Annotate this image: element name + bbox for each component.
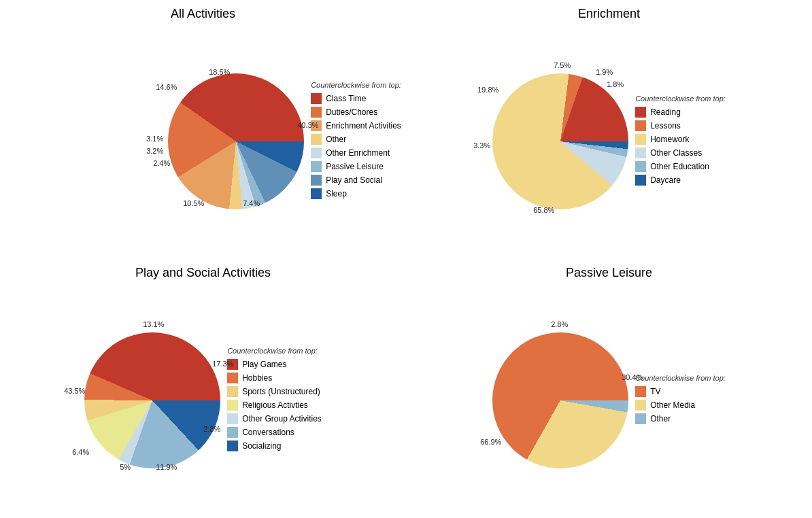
legend-homework: Homework [635, 134, 726, 145]
label-class-time: Class Time [326, 94, 366, 103]
passive-leisure-title: Passive Leisure [566, 266, 652, 280]
legend-other: Other [311, 134, 401, 145]
legend-other-classes: Other Classes [635, 148, 726, 158]
play-social-legend: Counterclockwise from top: Play Games Ho… [227, 347, 322, 454]
all-activities-legend: Counterclockwise from top: Class Time Du… [311, 81, 401, 202]
swatch-other-enrichment [311, 148, 322, 158]
pct-3-1: 3.1% [146, 135, 163, 143]
legend-other-pl: Other [635, 413, 726, 424]
pct-10-5: 10.5% [183, 199, 204, 207]
swatch-socializing [227, 441, 238, 451]
passive-leisure-pie: 2.8% 30.4% 66.9% [492, 332, 628, 468]
swatch-play-social [311, 175, 322, 186]
pct-1-9: 1.9% [596, 68, 613, 76]
enrichment-pie-circle [492, 73, 628, 209]
play-social-pie: 13.1% 17.3% 2.8% 11.9% 5% 6.4% 43.5% [84, 332, 220, 468]
swatch-passive-leisure [311, 161, 322, 172]
passive-leisure-pie-circle [492, 332, 628, 468]
enrichment-legend: Counterclockwise from top: Reading Lesso… [635, 94, 726, 188]
pct-65-8: 65.8% [533, 206, 554, 214]
all-activities-pie: 18.5% 14.6% 3.1% 3.2% 2.4% 10.5% 7.4% 40… [168, 73, 304, 209]
enrichment-title: Enrichment [578, 7, 640, 21]
pct-5: 5% [120, 463, 131, 471]
legend-other-media: Other Media [635, 400, 726, 411]
passive-leisure-chart-area: 2.8% 30.4% 66.9% Counterclockwise from t… [406, 283, 812, 518]
label-reading: Reading [650, 107, 681, 117]
pct-19-8: 19.8% [477, 86, 498, 94]
pct-6-4: 6.4% [72, 448, 89, 456]
all-activities-title: All Activities [171, 7, 235, 21]
pct-2-4: 2.4% [153, 159, 170, 167]
pct-3-3: 3.3% [473, 141, 490, 150]
legend-play-games: Play Games [227, 359, 322, 370]
legend-enrichment-act: Enrichment Activities [311, 120, 401, 131]
label-other-enrichment: Other Enrichment [326, 148, 390, 158]
legend-lessons: Lessons [635, 120, 726, 131]
pct-66-9: 66.9% [480, 438, 501, 446]
swatch-homework [635, 134, 646, 145]
label-other: Other [326, 135, 346, 144]
pct-13-1: 13.1% [143, 320, 164, 328]
swatch-daycare [635, 175, 646, 186]
swatch-other-education [635, 161, 646, 172]
pct-14-6: 14.6% [156, 83, 177, 91]
label-hobbies: Hobbies [242, 373, 272, 383]
label-duties: Duties/Chores [326, 107, 377, 117]
enrichment-chart-area: 7.5% 1.9% 1.8% 65.8% 3.3% 19.8% Counterc… [406, 24, 812, 259]
swatch-hobbies [227, 373, 238, 383]
label-passive-leisure: Passive Leisure [326, 162, 384, 171]
label-enrichment-act: Enrichment Activities [326, 121, 401, 131]
swatch-other-classes [635, 148, 646, 158]
label-daycare: Daycare [650, 175, 681, 185]
legend-other-enrichment: Other Enrichment [311, 148, 401, 158]
label-tv: TV [650, 387, 660, 396]
swatch-sports [227, 386, 238, 397]
legend-socializing: Socializing [227, 441, 322, 451]
pct-3-2: 3.2% [146, 147, 163, 155]
page: All Activities 18.5% [0, 0, 812, 518]
all-activities-pie-circle [168, 73, 304, 209]
legend-sleep: Sleep [311, 188, 401, 199]
label-sports: Sports (Unstructured) [242, 387, 320, 396]
label-other-group: Other Group Activities [242, 414, 322, 424]
all-activities-svg [5, 58, 168, 222]
swatch-class-time [311, 93, 322, 104]
play-social-chart-area: 13.1% 17.3% 2.8% 11.9% 5% 6.4% 43.5% Cou… [0, 283, 406, 518]
swatch-sleep [311, 188, 322, 199]
pct-40-3: 40.3% [297, 121, 318, 129]
passive-leisure-quadrant: Passive Leisure 2.8% 30.4% 66.9% Counter… [406, 259, 812, 518]
all-activities-quadrant: All Activities 18.5% [0, 0, 406, 259]
legend-religious: Religious Activties [227, 400, 322, 411]
label-lessons: Lessons [650, 121, 681, 131]
label-other-pl: Other [650, 414, 671, 424]
play-social-legend-title: Counterclockwise from top: [227, 347, 322, 355]
swatch-tv [635, 386, 646, 397]
enrichment-pie: 7.5% 1.9% 1.8% 65.8% 3.3% 19.8% [492, 73, 628, 209]
swatch-duties [311, 107, 322, 118]
legend-play-social: Play and Social [311, 175, 401, 186]
swatch-other [311, 134, 322, 145]
label-socializing: Socializing [242, 441, 281, 451]
label-play-games: Play Games [242, 360, 286, 369]
label-sleep: Sleep [326, 189, 347, 198]
label-homework: Homework [650, 135, 689, 144]
legend-tv: TV [635, 386, 726, 397]
pct-18-5: 18.5% [209, 68, 230, 76]
enrichment-legend-title: Counterclockwise from top: [635, 94, 726, 103]
pct-2-8-pl: 2.8% [551, 320, 568, 328]
all-activities-legend-title: Counterclockwise from top: [311, 81, 401, 89]
label-play-social: Play and Social [326, 175, 382, 185]
legend-reading: Reading [635, 107, 726, 118]
swatch-other-group [227, 413, 238, 424]
legend-passive-leisure: Passive Leisure [311, 161, 401, 172]
legend-duties: Duties/Chores [311, 107, 401, 118]
play-social-quadrant: Play and Social Activities 13.1% 17.3% 2… [0, 259, 406, 518]
pct-30-4: 30.4% [622, 373, 643, 381]
swatch-religious [227, 400, 238, 411]
swatch-other-media [635, 400, 646, 411]
legend-other-education: Other Education [635, 161, 726, 172]
swatch-other-pl [635, 413, 646, 424]
pct-11-9: 11.9% [156, 463, 177, 471]
passive-leisure-legend: Counterclockwise from top: TV Other Medi… [635, 374, 726, 427]
pct-2-8: 2.8% [203, 425, 220, 433]
